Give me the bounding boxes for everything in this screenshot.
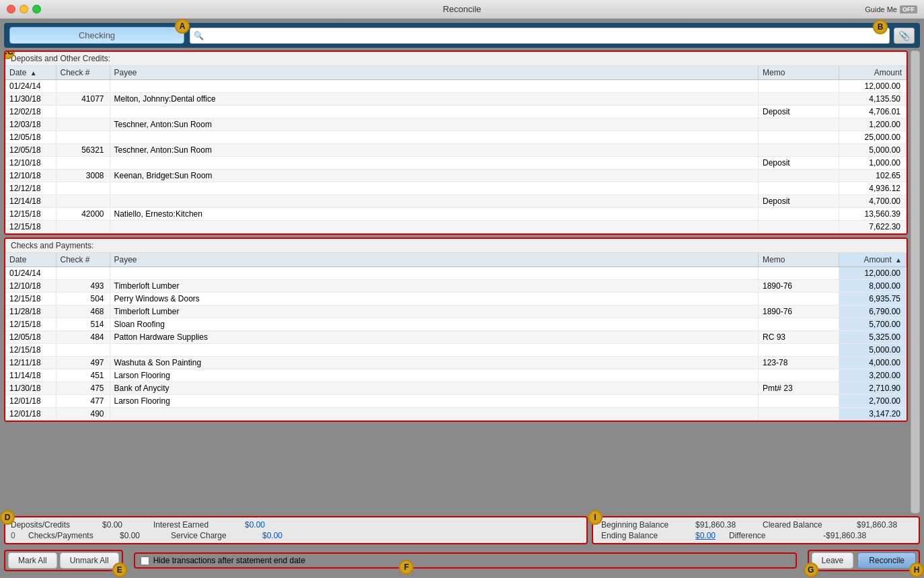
- checks-cell-date: 12/15/18: [5, 344, 56, 357]
- checks-cell-amount: 3,200.00: [839, 369, 907, 382]
- account-input[interactable]: [9, 27, 184, 44]
- checks-cell-check: 451: [56, 369, 110, 382]
- checks-cell-check: [56, 267, 110, 280]
- interest-label: Interest Earned: [153, 520, 234, 530]
- deposits-table-row[interactable]: 12/05/18 25,000.00: [5, 131, 907, 144]
- mark-all-button[interactable]: Mark All: [8, 552, 57, 569]
- deposits-table-scroll[interactable]: Date ▲ Check # Payee Memo Amount 01/24/1…: [5, 66, 907, 233]
- deposits-table-row[interactable]: 12/12/18 4,936.12: [5, 182, 907, 195]
- reconcile-button[interactable]: Reconcile: [857, 552, 916, 569]
- checks-col-memo[interactable]: Memo: [759, 253, 839, 267]
- guide-me-toggle[interactable]: OFF: [900, 5, 917, 13]
- window-title: Reconcile: [442, 4, 481, 14]
- checks-cell-payee: [110, 267, 759, 280]
- deposits-section-header: Deposits and Other Credits:: [5, 52, 907, 66]
- deposits-cell-amount: 1,000.00: [839, 157, 907, 170]
- checks-table-row[interactable]: 12/15/18 504 Perry Windows & Doors 6,935…: [5, 293, 907, 305]
- deposits-panel: CC Deposits and Other Credits: Date ▲ Ch…: [4, 50, 908, 235]
- deposits-cell-amount: 5,000.00: [839, 144, 907, 157]
- ending-balance-value[interactable]: $0.00: [695, 531, 716, 540]
- checks-cell-check: 497: [56, 357, 110, 369]
- deposits-cell-memo: [759, 131, 839, 144]
- checks-table-row[interactable]: 12/15/18 514 Sloan Roofing 5,700.00: [5, 318, 907, 331]
- deposits-cell-amount: 4,700.00: [839, 195, 907, 208]
- deposits-table-row[interactable]: 12/02/18 Deposit 4,706.01: [5, 106, 907, 118]
- checks-cell-date: 12/15/18: [5, 318, 56, 331]
- search-input[interactable]: [190, 28, 890, 44]
- checks-col-amount[interactable]: Amount ▲: [839, 253, 907, 267]
- deposits-table-row[interactable]: 12/03/18 Teschner, Anton:Sun Room 1,200.…: [5, 118, 907, 131]
- checks-table-row[interactable]: 12/01/18 490 3,147.20: [5, 408, 907, 421]
- checks-cell-date: 12/15/18: [5, 293, 56, 305]
- checks-cell-memo: [759, 369, 839, 382]
- deposits-table-row[interactable]: 12/10/18 Deposit 1,000.00: [5, 157, 907, 170]
- checks-cell-memo: [759, 318, 839, 331]
- close-button[interactable]: [7, 5, 15, 13]
- deposits-table-row[interactable]: 12/05/18 56321 Teschner, Anton:Sun Room …: [5, 144, 907, 157]
- checks-table-row[interactable]: 12/10/18 493 Timberloft Lumber 1890-76 8…: [5, 280, 907, 293]
- deposits-cell-memo: Deposit: [759, 195, 839, 208]
- deposits-cell-check: [56, 106, 110, 118]
- guide-me-area: Guide Me OFF: [865, 5, 917, 13]
- header-row: A B 🔍 📎: [4, 23, 920, 48]
- deposits-cell-date: 12/10/18: [5, 170, 56, 182]
- deposits-col-amount[interactable]: Amount: [839, 66, 907, 80]
- ending-balance-label: Ending Balance: [601, 531, 682, 540]
- checks-col-date[interactable]: Date: [5, 253, 56, 267]
- deposits-cell-date: 12/12/18: [5, 182, 56, 195]
- checks-cell-amount: 5,000.00: [839, 344, 907, 357]
- deposits-cell-payee: [110, 80, 759, 93]
- checks-cell-payee: Perry Windows & Doors: [110, 293, 759, 305]
- checks-table-row[interactable]: 12/15/18 5,000.00: [5, 344, 907, 357]
- hide-transactions-checkbox[interactable]: [141, 556, 149, 565]
- deposits-col-memo[interactable]: Memo: [759, 66, 839, 80]
- deposits-table-row[interactable]: 12/15/18 42000 Natiello, Ernesto:Kitchen…: [5, 208, 907, 221]
- checks-cell-amount: 5,325.00: [839, 331, 907, 344]
- maximize-button[interactable]: [32, 5, 41, 13]
- checks-table-row[interactable]: 11/28/18 468 Timberloft Lumber 1890-76 6…: [5, 305, 907, 318]
- checks-cell-memo: [759, 267, 839, 280]
- deposits-table-row[interactable]: 12/15/18 7,622.30: [5, 221, 907, 233]
- checks-table-row[interactable]: 01/24/14 12,000.00: [5, 267, 907, 280]
- deposits-col-date[interactable]: Date ▲: [5, 66, 56, 80]
- checks-cell-amount: 3,147.20: [839, 408, 907, 421]
- checks-table-scroll[interactable]: Date Check # Payee Memo Amount ▲ 01/24/1…: [5, 253, 907, 421]
- deposits-cell-amount: 13,560.39: [839, 208, 907, 221]
- summary-row-deposits: Deposits/Credits $0.00 Interest Earned $…: [11, 520, 581, 530]
- right-scrollbar[interactable]: [911, 50, 920, 513]
- attachment-button[interactable]: 📎: [894, 28, 915, 44]
- deposits-cell-date: 12/15/18: [5, 221, 56, 233]
- checks-col-payee[interactable]: Payee: [110, 253, 759, 267]
- checks-cell-amount: 12,000.00: [839, 267, 907, 280]
- checks-cell-amount: 8,000.00: [839, 280, 907, 293]
- annotation-b: B: [873, 20, 888, 34]
- deposits-cell-check: 42000: [56, 208, 110, 221]
- checks-payments-label: Checks/Payments: [28, 531, 109, 540]
- deposits-table-row[interactable]: 01/24/14 12,000.00: [5, 80, 907, 93]
- checks-table-row[interactable]: 11/14/18 451 Larson Flooring 3,200.00: [5, 369, 907, 382]
- deposits-table-row[interactable]: 12/10/18 3008 Keenan, Bridget:Sun Room 1…: [5, 170, 907, 182]
- checks-table-row[interactable]: 12/01/18 477 Larson Flooring 2,700.00: [5, 395, 907, 408]
- deposits-col-check[interactable]: Check #: [56, 66, 110, 80]
- minimize-button[interactable]: [20, 5, 28, 13]
- action-bar: E Mark All Unmark All F Hide transaction…: [4, 547, 920, 574]
- deposits-col-payee[interactable]: Payee: [110, 66, 759, 80]
- unmark-all-button[interactable]: Unmark All: [60, 552, 119, 569]
- deposits-cell-check: [56, 195, 110, 208]
- summary-panel: D Deposits/Credits $0.00 Interest Earned…: [4, 516, 588, 544]
- deposits-cell-check: [56, 118, 110, 131]
- title-bar: Reconcile Guide Me OFF: [0, 0, 924, 19]
- interest-value[interactable]: $0.00: [245, 520, 265, 530]
- checks-cell-payee: [110, 344, 759, 357]
- service-value[interactable]: $0.00: [262, 531, 282, 540]
- checks-table-row[interactable]: 12/05/18 484 Patton Hardware Supplies RC…: [5, 331, 907, 344]
- checks-table-row[interactable]: 11/30/18 475 Bank of Anycity Pmt# 23 2,7…: [5, 382, 907, 395]
- deposits-table-row[interactable]: 12/14/18 Deposit 4,700.00: [5, 195, 907, 208]
- checks-col-check[interactable]: Check #: [56, 253, 110, 267]
- deposits-cell-payee: [110, 157, 759, 170]
- checks-cell-memo: [759, 293, 839, 305]
- deposits-credits-label: Deposits/Credits: [11, 520, 91, 530]
- checks-cell-date: 12/01/18: [5, 395, 56, 408]
- deposits-table-row[interactable]: 11/30/18 41077 Melton, Johnny:Dental off…: [5, 93, 907, 106]
- checks-table-row[interactable]: 12/11/18 497 Washuta & Son Painting 123-…: [5, 357, 907, 369]
